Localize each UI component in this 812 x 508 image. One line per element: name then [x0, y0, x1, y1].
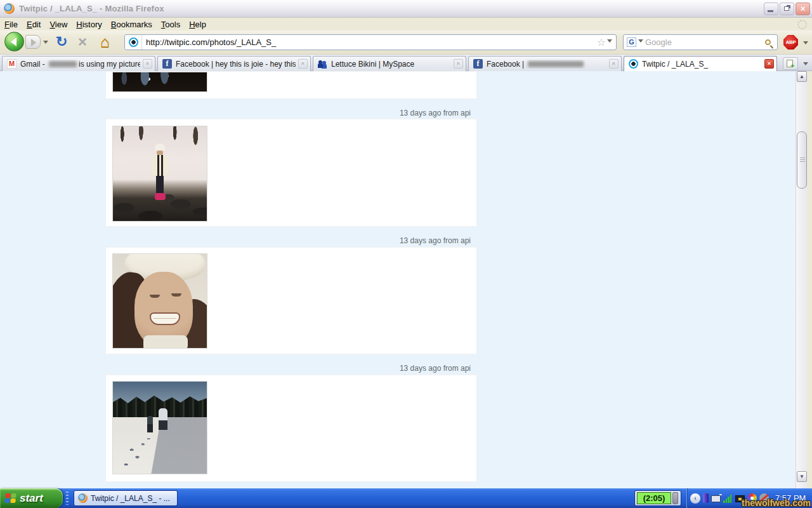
site-identity-box[interactable] [125, 35, 142, 50]
forward-arrow-icon [31, 39, 36, 46]
photo-card [105, 247, 477, 354]
start-label: start [20, 492, 43, 505]
open-in-tabs-button[interactable]: + [783, 57, 798, 70]
redacted-text [528, 61, 584, 67]
tab-label: Facebook | [487, 60, 606, 69]
throbber-icon [797, 20, 807, 29]
window-title: Twitpic / _LALA_S_ - Mozilla Firefox [19, 4, 164, 13]
menu-bookmarks[interactable]: Bookmarks [107, 18, 157, 30]
taskbar-timer-item[interactable]: (2:05) [634, 490, 681, 506]
walking-person [159, 408, 167, 430]
minimize-button[interactable] [764, 3, 778, 15]
tab-twitpic-active[interactable]: Twitpic / _LALA_S_ × [624, 56, 777, 71]
tab-close-icon[interactable]: × [454, 59, 463, 69]
photo-thumbnail-snow-walkers[interactable] [112, 381, 207, 474]
restore-icon [784, 6, 789, 11]
menubar: File Edit View History Bookmarks Tools H… [0, 18, 812, 30]
eye [171, 293, 181, 297]
adblock-dropdown-caret[interactable] [803, 41, 808, 47]
tab-label: Facebook | hey this is joie - hey this i… [176, 60, 296, 69]
adblock-plus-button[interactable]: ABP [783, 35, 798, 50]
menu-help[interactable]: Help [185, 18, 211, 30]
search-input[interactable] [645, 37, 765, 47]
redacted-text [49, 61, 77, 67]
page-content: 13 days ago from api 13 days ago from ap… [0, 71, 812, 488]
photo-card [105, 375, 477, 482]
tab-gmail[interactable]: M Gmail - is using my pictures! - j... × [2, 56, 155, 71]
photo-thumbnail-smiling-face[interactable] [112, 253, 207, 349]
tab-facebook-2[interactable]: f Facebook | × [468, 56, 622, 71]
walking-person [147, 416, 153, 432]
vertical-scrollbar[interactable]: ▲ ▼ [796, 71, 807, 488]
forward-button[interactable] [25, 35, 41, 49]
photo-thumbnail-snow-rocks[interactable] [112, 126, 207, 222]
smile [150, 312, 180, 325]
taskbar-task-twitpic[interactable]: Twitpic / _LALA_S_ - ... [74, 490, 178, 506]
photo-timestamp: 13 days ago from api [105, 236, 471, 245]
myspace-icon [318, 59, 327, 69]
menu-history[interactable]: History [72, 18, 106, 30]
stop-button[interactable]: × [78, 33, 87, 51]
bookmark-star-icon[interactable]: ☆ [594, 36, 607, 48]
window-controls: × [764, 3, 810, 15]
address-bar[interactable]: ☆ [124, 34, 617, 50]
list-all-tabs-caret[interactable] [803, 62, 808, 68]
tab-label: Gmail - is using my pictures! - j... [20, 60, 140, 69]
tab-myspace[interactable]: Lettuce Bikini | MySpace × [313, 56, 466, 71]
navigation-toolbar: ↻ × ⌂ ☆ G ABP [0, 30, 812, 55]
close-icon: × [796, 4, 809, 13]
menu-tools[interactable]: Tools [157, 18, 185, 30]
window-titlebar[interactable]: Twitpic / _LALA_S_ - Mozilla Firefox × [0, 0, 812, 18]
timer-grip[interactable] [672, 492, 678, 504]
reload-button[interactable]: ↻ [56, 34, 67, 50]
facebook-icon: f [162, 59, 172, 69]
tab-close-icon[interactable]: × [764, 59, 774, 69]
home-button[interactable]: ⌂ [100, 32, 110, 51]
task-label: Twitpic / _LALA_S_ - ... [91, 494, 170, 503]
tab-close-icon[interactable]: × [609, 59, 619, 69]
tab-close-icon[interactable]: × [143, 59, 152, 69]
windows-logo-icon [4, 493, 16, 504]
twitpic-favicon-icon [629, 59, 638, 69]
tab-close-icon[interactable]: × [298, 59, 308, 69]
search-magnifier-icon[interactable] [765, 39, 771, 45]
back-arrow-icon [11, 37, 16, 46]
facebook-icon: f [473, 59, 483, 69]
eye [150, 295, 160, 298]
close-button[interactable]: × [796, 3, 810, 15]
scarf [143, 335, 188, 349]
gmail-icon: M [7, 59, 16, 69]
photo-card [105, 71, 477, 99]
url-input[interactable] [142, 37, 594, 47]
menu-view[interactable]: View [45, 18, 72, 30]
tray-battery-icon[interactable] [703, 493, 709, 503]
search-engine-dropdown[interactable] [638, 39, 643, 45]
minimize-icon [768, 10, 773, 12]
back-button[interactable] [4, 32, 24, 51]
photo-card [105, 119, 477, 227]
scroll-up-button[interactable]: ▲ [797, 71, 807, 82]
tab-bar: M Gmail - is using my pictures! - j... ×… [0, 55, 812, 71]
tab-label: Twitpic / _LALA_S_ [642, 60, 762, 69]
plus-icon: + [790, 63, 796, 69]
start-button[interactable]: start [0, 488, 63, 508]
restore-button[interactable] [780, 3, 794, 15]
scroll-down-button[interactable]: ▼ [797, 471, 807, 482]
quick-launch-grip[interactable] [66, 491, 69, 505]
photo-thumbnail-night-legs[interactable] [112, 72, 207, 92]
tray-chevron-icon[interactable]: ‹ [690, 493, 700, 504]
google-logo-icon: G [627, 37, 636, 47]
tab-facebook-1[interactable]: f Facebook | hey this is joie - hey this… [157, 56, 311, 71]
back-history-dropdown[interactable] [43, 41, 48, 46]
url-dropdown-caret[interactable] [607, 39, 612, 45]
menu-file[interactable]: File [0, 18, 22, 30]
photo-timestamp: 13 days ago from api [105, 109, 471, 117]
menu-edit[interactable]: Edit [22, 18, 45, 30]
desktop: Twitpic / _LALA_S_ - Mozilla Firefox × F… [0, 0, 812, 508]
tab-label: Lettuce Bikini | MySpace [331, 60, 451, 69]
tray-wireless-network-icon[interactable] [711, 495, 721, 502]
scrollbar-thumb[interactable] [797, 131, 807, 189]
tray-signal-bars-icon[interactable] [723, 493, 733, 503]
search-bar[interactable]: G [623, 34, 778, 50]
twitpic-favicon-icon [129, 37, 138, 47]
